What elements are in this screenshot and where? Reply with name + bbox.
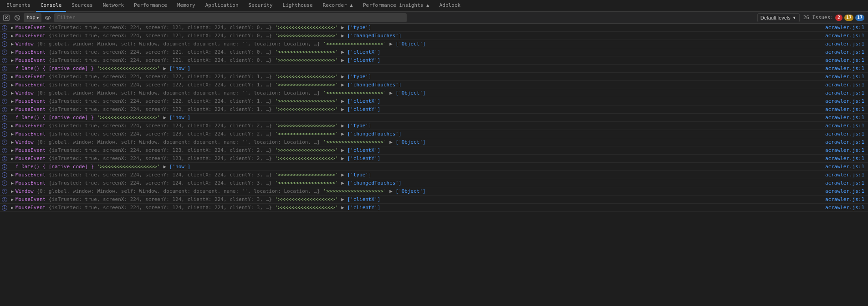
row-expand-icon[interactable]: ▶ (9, 140, 15, 145)
row-content: MouseEvent {isTrusted: true, screenX: 22… (15, 57, 825, 63)
row-source-link[interactable]: acrawler.js:1 (825, 115, 868, 120)
row-content: MouseEvent {isTrusted: true, screenX: 22… (15, 74, 825, 80)
default-levels-button[interactable]: Default levels ▼ (757, 13, 800, 22)
table-row: i▶Window {0: global, window: Window, sel… (0, 187, 868, 196)
row-type-icon: i (0, 164, 9, 170)
table-row: i▶MouseEvent {isTrusted: true, screenX: … (0, 105, 868, 114)
row-source-link[interactable]: acrawler.js:1 (825, 33, 868, 39)
row-source-link[interactable]: acrawler.js:1 (825, 49, 868, 55)
row-content: MouseEvent {isTrusted: true, screenX: 22… (15, 172, 825, 178)
row-source-link[interactable]: acrawler.js:1 (825, 188, 868, 194)
row-expand-icon[interactable]: ▶ (9, 197, 15, 202)
tab-lighthouse[interactable]: Lighthouse (278, 0, 317, 12)
row-source-link[interactable]: acrawler.js:1 (825, 196, 868, 202)
row-expand-icon[interactable]: ▶ (9, 82, 15, 87)
row-type-icon: i (0, 25, 9, 30)
row-source-link[interactable]: acrawler.js:1 (825, 106, 868, 112)
row-expand-icon[interactable]: ▶ (9, 25, 15, 30)
tab-application[interactable]: Application (201, 0, 243, 12)
table-row: i▶MouseEvent {isTrusted: true, screenX: … (0, 24, 868, 32)
row-expand-icon[interactable]: ▶ (9, 107, 15, 112)
row-content: Window {0: global, window: Window, self:… (15, 41, 825, 47)
tab-recorder[interactable]: Recorder ▲ (318, 0, 357, 12)
table-row: i▶MouseEvent {isTrusted: true, screenX: … (0, 155, 868, 163)
issues-red-badge[interactable]: 2 (835, 15, 842, 21)
table-row: i▶MouseEvent {isTrusted: true, screenX: … (0, 179, 868, 187)
table-row: i▶MouseEvent {isTrusted: true, screenX: … (0, 196, 868, 204)
row-content: MouseEvent {isTrusted: true, screenX: 22… (15, 106, 825, 112)
row-source-link[interactable]: acrawler.js:1 (825, 57, 868, 63)
issues-label: 26 Issues: (803, 15, 833, 20)
row-type-icon: i (0, 115, 9, 120)
row-type-icon: i (0, 205, 9, 211)
tab-console[interactable]: Console (36, 0, 66, 12)
row-source-link[interactable]: acrawler.js:1 (825, 156, 868, 161)
row-expand-icon[interactable]: ▶ (9, 156, 15, 161)
row-expand-icon[interactable]: ▶ (9, 74, 15, 79)
row-type-icon: i (0, 148, 9, 153)
row-source-link[interactable]: acrawler.js:1 (825, 65, 868, 71)
table-row: if Date() { [native code] } '>>>>>>>>>>>… (0, 114, 868, 122)
row-expand-icon[interactable]: ▶ (9, 189, 15, 194)
row-source-link[interactable]: acrawler.js:1 (825, 90, 868, 96)
tab-sources[interactable]: Sources (67, 0, 97, 12)
row-content: f Date() { [native code] } '>>>>>>>>>>>>… (15, 164, 825, 170)
dropdown-arrow-icon: ▼ (36, 15, 39, 20)
console-content: i▶MouseEvent {isTrusted: true, screenX: … (0, 24, 868, 306)
tab-performance-insights[interactable]: Performance insights ▲ (358, 0, 434, 12)
row-source-link[interactable]: acrawler.js:1 (825, 82, 868, 88)
tab-network[interactable]: Network (98, 0, 128, 12)
table-row: i▶Window {0: global, window: Window, sel… (0, 138, 868, 146)
eye-button[interactable] (43, 13, 52, 22)
row-expand-icon[interactable]: ▶ (9, 181, 15, 186)
row-expand-icon[interactable]: ▶ (9, 90, 15, 95)
issues-yellow-badge[interactable]: 17 (844, 15, 853, 21)
row-source-link[interactable]: acrawler.js:1 (825, 205, 868, 211)
levels-arrow-icon: ▼ (792, 15, 797, 20)
top-context-dropdown[interactable]: top ▼ (24, 13, 41, 22)
row-source-link[interactable]: acrawler.js:1 (825, 123, 868, 129)
table-row: i▶MouseEvent {isTrusted: true, screenX: … (0, 56, 868, 65)
row-expand-icon[interactable]: ▶ (9, 131, 15, 136)
row-content: MouseEvent {isTrusted: true, screenX: 22… (15, 82, 825, 88)
row-type-icon: i (0, 74, 9, 80)
row-expand-icon[interactable]: ▶ (9, 50, 15, 55)
row-content: MouseEvent {isTrusted: true, screenX: 22… (15, 33, 825, 39)
row-source-link[interactable]: acrawler.js:1 (825, 172, 868, 178)
tab-adblock[interactable]: Adblock (435, 0, 465, 12)
row-source-link[interactable]: acrawler.js:1 (825, 164, 868, 170)
stop-button[interactable] (13, 13, 22, 22)
row-expand-icon[interactable]: ▶ (9, 205, 15, 210)
tab-performance[interactable]: Performance (129, 0, 172, 12)
clear-console-button[interactable] (2, 13, 11, 22)
svg-line-4 (16, 16, 19, 19)
row-expand-icon[interactable]: ▶ (9, 58, 15, 63)
row-source-link[interactable]: acrawler.js:1 (825, 180, 868, 186)
tab-elements[interactable]: Elements (2, 0, 35, 12)
row-expand-icon[interactable]: ▶ (9, 123, 15, 128)
row-type-icon: i (0, 58, 9, 63)
table-row: i▶MouseEvent {isTrusted: true, screenX: … (0, 171, 868, 179)
tab-memory[interactable]: Memory (173, 0, 200, 12)
row-expand-icon[interactable]: ▶ (9, 33, 15, 38)
row-content: Window {0: global, window: Window, self:… (15, 90, 825, 96)
row-type-icon: i (0, 41, 9, 47)
row-expand-icon[interactable]: ▶ (9, 148, 15, 153)
table-row: i▶MouseEvent {isTrusted: true, screenX: … (0, 32, 868, 40)
row-expand-icon[interactable]: ▶ (9, 99, 15, 104)
row-source-link[interactable]: acrawler.js:1 (825, 41, 868, 47)
row-source-link[interactable]: acrawler.js:1 (825, 131, 868, 137)
row-content: MouseEvent {isTrusted: true, screenX: 22… (15, 205, 825, 211)
row-source-link[interactable]: acrawler.js:1 (825, 139, 868, 145)
row-type-icon: i (0, 50, 9, 55)
issues-badge: 26 Issues: 2 17 17 (802, 15, 866, 21)
row-expand-icon[interactable]: ▶ (9, 41, 15, 46)
row-source-link[interactable]: acrawler.js:1 (825, 25, 868, 30)
row-source-link[interactable]: acrawler.js:1 (825, 147, 868, 153)
row-source-link[interactable]: acrawler.js:1 (825, 74, 868, 80)
issues-blue-badge[interactable]: 17 (855, 15, 864, 21)
row-expand-icon[interactable]: ▶ (9, 172, 15, 177)
tab-security[interactable]: Security (244, 0, 277, 12)
filter-input[interactable] (54, 13, 407, 22)
row-source-link[interactable]: acrawler.js:1 (825, 98, 868, 104)
